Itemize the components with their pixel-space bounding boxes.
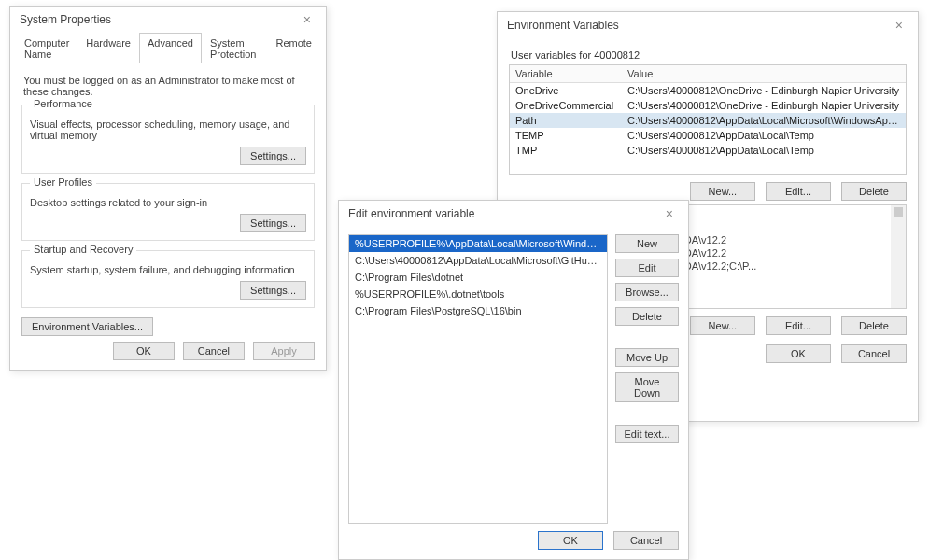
group-desc: System startup, system failure, and debu… (30, 264, 306, 275)
performance-group: Performance Visual effects, processor sc… (21, 105, 315, 174)
performance-settings-button[interactable]: Settings... (240, 147, 306, 165)
ok-button[interactable]: OK (538, 531, 603, 550)
path-entries-list[interactable]: %USERPROFILE%\AppData\Local\Microsoft\Wi… (348, 234, 608, 524)
list-item[interactable]: %USERPROFILE%\.dotnet\tools (349, 286, 607, 302)
group-desc: Visual effects, processor scheduling, me… (30, 119, 306, 141)
user-delete-button[interactable]: Delete (841, 182, 907, 201)
startup-recovery-group: Startup and Recovery System startup, sys… (21, 250, 315, 308)
move-up-button[interactable]: Move Up (615, 348, 679, 367)
list-item[interactable]: C:\Program Files\PostgreSQL\16\bin (349, 302, 607, 319)
list-item[interactable]: C:\Program Files\dotnet (349, 269, 607, 286)
tab-remote[interactable]: Remote (267, 33, 320, 63)
cell-variable: Path (515, 115, 627, 126)
tab-system-protection[interactable]: System Protection (202, 33, 268, 63)
edit-text-button[interactable]: Edit text... (615, 425, 679, 443)
tab-computer-name[interactable]: Computer Name (16, 33, 77, 63)
table-row[interactable]: OneDriveCommercialC:\Users\40000812\OneD… (510, 98, 906, 113)
window-title: Environment Variables (507, 19, 619, 32)
cell-value: C:\Users\40000812\OneDrive - Edinburgh N… (627, 85, 900, 96)
user-new-button[interactable]: New... (690, 182, 755, 201)
environment-variables-button[interactable]: Environment Variables... (21, 317, 153, 336)
user-profiles-group: User Profiles Desktop settings related t… (21, 183, 315, 241)
scrollbar[interactable] (891, 205, 906, 308)
apply-button[interactable]: Apply (253, 342, 315, 360)
titlebar[interactable]: Environment Variables × (498, 12, 918, 38)
titlebar[interactable]: Edit environment variable × (339, 201, 688, 227)
new-button[interactable]: New (615, 234, 679, 253)
system-properties-dialog: System Properties × Computer Name Hardwa… (9, 6, 327, 371)
cell-variable: TMP (515, 145, 627, 156)
cell-variable: TEMP (515, 130, 627, 141)
close-icon[interactable]: × (298, 12, 317, 27)
list-item[interactable]: %USERPROFILE%\AppData\Local\Microsoft\Wi… (349, 235, 607, 252)
list-item[interactable]: C:\Users\40000812\AppData\Local\Microsof… (349, 252, 607, 269)
system-edit-button[interactable]: Edit... (766, 316, 831, 335)
edit-button[interactable]: Edit (615, 259, 679, 277)
cancel-button[interactable]: Cancel (841, 344, 907, 363)
ok-button[interactable]: OK (766, 344, 831, 363)
cell-variable: OneDrive (515, 85, 627, 96)
titlebar[interactable]: System Properties × (10, 7, 326, 33)
browse-button[interactable]: Browse... (615, 283, 679, 301)
window-title: Edit environment variable (348, 207, 474, 220)
table-row[interactable]: TMPC:\Users\40000812\AppData\Local\Temp (510, 143, 906, 158)
table-header: Variable Value (510, 65, 906, 83)
tab-hardware[interactable]: Hardware (77, 33, 139, 63)
system-new-button[interactable]: New... (690, 316, 755, 335)
column-value: Value (627, 68, 900, 79)
delete-button[interactable]: Delete (615, 307, 679, 326)
user-vars-heading: User variables for 40000812 (511, 49, 907, 61)
cell-variable: OneDriveCommercial (515, 100, 627, 111)
tab-advanced[interactable]: Advanced (139, 33, 202, 63)
group-legend: Performance (30, 98, 96, 109)
cell-value: C:\Users\40000812\AppData\Local\Temp (627, 130, 900, 141)
table-row[interactable]: PathC:\Users\40000812\AppData\Local\Micr… (510, 113, 906, 128)
column-variable: Variable (515, 68, 627, 79)
cell-value: C:\Users\40000812\OneDrive - Edinburgh N… (627, 100, 900, 111)
tabs: Computer Name Hardware Advanced System P… (10, 33, 326, 63)
group-legend: User Profiles (30, 176, 96, 188)
user-edit-button[interactable]: Edit... (766, 182, 831, 201)
system-delete-button[interactable]: Delete (841, 316, 907, 335)
move-down-button[interactable]: Move Down (615, 372, 679, 402)
group-desc: Desktop settings related to your sign-in (30, 197, 306, 208)
close-icon[interactable]: × (660, 206, 679, 221)
window-title: System Properties (20, 13, 111, 26)
ok-button[interactable]: OK (113, 342, 175, 360)
cancel-button[interactable]: Cancel (613, 531, 679, 550)
user-vars-table[interactable]: Variable Value OneDriveC:\Users\40000812… (509, 64, 907, 175)
admin-note: You must be logged on as an Administrato… (23, 75, 315, 97)
cancel-button[interactable]: Cancel (183, 342, 245, 360)
edit-env-var-dialog: Edit environment variable × %USERPROFILE… (338, 200, 689, 560)
close-icon[interactable]: × (890, 18, 908, 33)
startup-settings-button[interactable]: Settings... (240, 281, 306, 300)
group-legend: Startup and Recovery (30, 244, 136, 255)
table-row[interactable]: TEMPC:\Users\40000812\AppData\Local\Temp (510, 128, 906, 143)
table-row[interactable]: OneDriveC:\Users\40000812\OneDrive - Edi… (510, 83, 906, 98)
cell-value: C:\Users\40000812\AppData\Local\Temp (627, 145, 900, 156)
cell-value: C:\Users\40000812\AppData\Local\Microsof… (627, 115, 900, 126)
user-profiles-settings-button[interactable]: Settings... (240, 214, 306, 232)
